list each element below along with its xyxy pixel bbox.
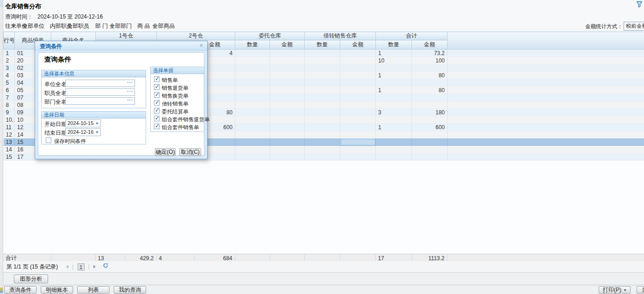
cell[interactable] (235, 101, 270, 109)
doc-checkbox[interactable]: ✓ (154, 124, 159, 129)
row-number-cell[interactable]: 10.. (4, 116, 15, 124)
cell[interactable] (270, 64, 305, 72)
cell[interactable] (412, 116, 448, 124)
cell[interactable] (340, 72, 376, 79)
print-button[interactable]: 打印(P) (599, 286, 631, 294)
doc-checkbox[interactable]: ✓ (154, 100, 159, 106)
filler-cell[interactable] (448, 79, 644, 87)
cell[interactable] (270, 50, 305, 57)
cell[interactable] (270, 153, 305, 161)
filter-funnel-icon[interactable] (636, 1, 643, 9)
cell[interactable] (235, 94, 270, 101)
cell[interactable] (376, 101, 412, 109)
filler-cell[interactable] (448, 146, 644, 153)
cell[interactable] (376, 131, 412, 138)
employee-name-input[interactable]: ··· (65, 88, 135, 96)
row-number-cell[interactable]: 7 (4, 94, 15, 101)
cell[interactable] (270, 57, 305, 64)
row-number-cell[interactable]: 9 (4, 109, 15, 116)
next-page-icon[interactable] (93, 265, 96, 269)
row-number-cell[interactable]: 2 (4, 57, 15, 64)
cell[interactable] (270, 79, 305, 87)
cell[interactable] (235, 153, 270, 161)
doc-checkbox[interactable]: ✓ (154, 116, 159, 121)
cell[interactable] (340, 101, 376, 109)
row-number-cell[interactable]: 5 (4, 79, 15, 87)
graph-analysis-button[interactable]: 图形分析 (14, 275, 48, 283)
cell[interactable] (340, 146, 376, 153)
department-name-input[interactable]: ··· (65, 97, 135, 105)
cell[interactable] (235, 50, 270, 57)
cell[interactable] (305, 57, 340, 64)
filler-cell[interactable] (448, 138, 644, 146)
cell[interactable] (270, 124, 305, 131)
filler-cell[interactable] (448, 72, 644, 79)
cell[interactable]: 1 (376, 50, 412, 57)
cell[interactable] (235, 72, 270, 79)
cell[interactable]: 1 (376, 72, 412, 79)
employee-lookup-ellipsis-button[interactable]: ··· (127, 89, 133, 94)
row-number-cell[interactable]: 15 (4, 153, 15, 161)
cell[interactable]: 1 (376, 124, 412, 131)
cell[interactable] (340, 64, 376, 72)
cell[interactable] (235, 64, 270, 72)
cell[interactable] (305, 79, 340, 87)
end-date-select[interactable]: 2024-12-16 (65, 128, 101, 136)
cell[interactable] (376, 153, 412, 161)
print-dropdown-arrow-icon[interactable] (624, 289, 626, 291)
cell[interactable] (235, 57, 270, 64)
cell[interactable] (376, 138, 412, 146)
cell[interactable] (305, 146, 340, 153)
cell[interactable] (235, 124, 270, 131)
cell[interactable]: 10 (376, 57, 412, 64)
cell[interactable] (412, 153, 448, 161)
detail-ledger-button[interactable]: 明细账本 (41, 286, 73, 294)
cell[interactable] (340, 116, 376, 124)
cell[interactable] (305, 101, 340, 109)
cell[interactable] (305, 131, 340, 138)
prev-page-icon[interactable] (66, 265, 68, 269)
cell[interactable]: 600 (412, 124, 448, 131)
cell[interactable]: 3 (376, 109, 412, 116)
cell[interactable] (270, 116, 305, 124)
cell[interactable] (376, 64, 412, 72)
cell[interactable] (412, 146, 448, 153)
query-conditions-button[interactable]: 查询条件 (4, 286, 37, 294)
cell[interactable] (305, 72, 340, 79)
cell[interactable] (376, 79, 412, 87)
close-button[interactable]: 关 (637, 286, 644, 294)
refresh-icon[interactable] (103, 263, 108, 270)
row-number-cell[interactable]: 12 (4, 131, 15, 138)
doc-checkbox[interactable]: ✓ (154, 76, 159, 82)
cell[interactable] (340, 57, 376, 64)
cell[interactable] (376, 146, 412, 153)
cell[interactable] (412, 94, 448, 101)
ok-button[interactable]: 确定(O) (155, 148, 176, 156)
cell[interactable] (376, 94, 412, 101)
cell[interactable] (376, 116, 412, 124)
cell[interactable] (305, 64, 340, 72)
cell[interactable] (340, 109, 376, 116)
cell[interactable]: 1 (376, 87, 412, 94)
row-number-cell[interactable]: 4 (4, 72, 15, 79)
row-number-cell[interactable]: 14 (4, 146, 15, 153)
cell[interactable] (235, 146, 270, 153)
save-time-checkbox[interactable] (46, 138, 51, 143)
cell[interactable] (340, 50, 376, 57)
current-page-button[interactable]: 1 (78, 263, 85, 270)
cell[interactable] (270, 72, 305, 79)
cell[interactable] (340, 153, 376, 161)
start-date-select[interactable]: 2024-10-15 (65, 119, 101, 127)
cell[interactable]: 80 (412, 72, 448, 79)
cell[interactable] (270, 138, 305, 146)
cell[interactable] (235, 131, 270, 138)
filler-cell[interactable] (448, 64, 644, 72)
cell[interactable] (305, 116, 340, 124)
cell[interactable] (305, 87, 340, 94)
cell[interactable]: 73.2 (412, 50, 448, 57)
filler-cell[interactable] (448, 87, 644, 94)
cell[interactable] (235, 116, 270, 124)
cell[interactable] (412, 64, 448, 72)
cell[interactable] (340, 79, 376, 87)
cell[interactable] (340, 124, 376, 131)
